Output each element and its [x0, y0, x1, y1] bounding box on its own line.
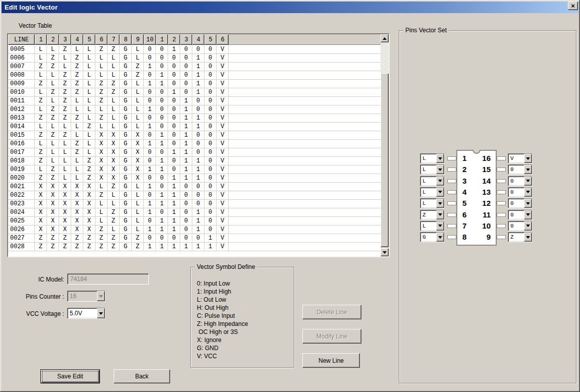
chevron-down-icon[interactable]	[436, 188, 444, 197]
pin-2-select[interactable]: L	[420, 164, 445, 175]
table-row[interactable]: 0022XXXXXZLGL011000V	[8, 191, 381, 200]
pin-9-select[interactable]: Z	[508, 232, 533, 242]
value-cell: 0	[144, 97, 156, 105]
table-row[interactable]: 0018ZLLLZXXGX010110V	[8, 157, 381, 165]
pin-6-select[interactable]: Z	[420, 210, 445, 220]
column-header[interactable]: 7	[108, 34, 120, 45]
column-header[interactable]: 4	[71, 34, 83, 45]
table-row[interactable]: 0024XXXXXLZGL101010V	[8, 208, 381, 217]
value-cell: 0	[180, 71, 192, 80]
table-row[interactable]: 0005LLZLLZZGL001000V	[8, 45, 381, 54]
chevron-down-icon[interactable]	[436, 177, 444, 186]
column-header[interactable]: 6	[95, 34, 108, 45]
vertical-scrollbar[interactable]	[381, 34, 389, 256]
table-row[interactable]: 0019LZLLZXXGX110110V	[8, 165, 381, 174]
value-cell: 0	[180, 200, 192, 208]
column-header[interactable]: 4	[192, 34, 204, 45]
pin-16-select[interactable]: V	[508, 153, 533, 163]
value-cell: L	[132, 183, 144, 191]
chevron-down-icon[interactable]	[436, 199, 444, 208]
chevron-down-icon[interactable]	[436, 221, 444, 231]
chevron-down-icon[interactable]	[524, 165, 532, 174]
table-row[interactable]: 0026XXXXXZLGL111010V	[8, 226, 381, 234]
ic-model-field[interactable]: 74184	[67, 273, 149, 285]
table-row[interactable]: 0027ZZZZZZZGZ000001V	[8, 234, 381, 243]
chevron-down-icon[interactable]	[97, 308, 105, 318]
pin-3-value: L	[420, 177, 436, 186]
chevron-down-icon[interactable]	[524, 177, 532, 186]
pin-7-select[interactable]: L	[420, 221, 445, 231]
column-header[interactable]: LINE	[8, 34, 35, 45]
table-row[interactable]: 0025XXXXXLZGL011010V	[8, 217, 381, 226]
scroll-down-button[interactable]	[381, 248, 389, 256]
row-filler	[229, 97, 381, 105]
scroll-up-button[interactable]	[381, 34, 389, 42]
chevron-down-icon[interactable]	[524, 188, 532, 197]
column-header[interactable]: 5	[83, 34, 95, 45]
table-row[interactable]: 0021XXXXXLZGL101000V	[8, 183, 381, 191]
table-row[interactable]: 0013ZZZZLZLGL000110V	[8, 114, 381, 123]
table-row[interactable]: 0006LZLZLLLGL000010V	[8, 54, 381, 63]
pin-5-select[interactable]: L	[420, 198, 445, 208]
table-row[interactable]: 0016LLLZLXXGX110100V	[8, 140, 381, 148]
delete-line-button[interactable]: Delete Line	[302, 305, 361, 319]
table-row[interactable]: 0028ZZZZZZZGZ111111V	[8, 243, 381, 251]
chevron-down-icon[interactable]	[524, 221, 532, 231]
value-cell: L	[71, 131, 83, 140]
chevron-down-icon[interactable]	[524, 154, 532, 163]
table-row[interactable]: 0007ZZLZLLLGZ100010V	[8, 63, 381, 71]
chevron-down-icon[interactable]	[436, 210, 444, 219]
pin-4-select[interactable]: L	[420, 187, 445, 197]
table-row[interactable]: 0011ZLZLLZLGL000100V	[8, 97, 381, 105]
column-header[interactable]: 10	[144, 34, 156, 45]
column-header[interactable]: 3	[59, 34, 71, 45]
value-cell: 1	[192, 71, 204, 80]
save-edit-button[interactable]: Save Edit	[40, 369, 100, 383]
column-header[interactable]: 3	[180, 34, 192, 45]
chevron-down-icon[interactable]	[524, 233, 532, 242]
chevron-down-icon[interactable]	[97, 291, 105, 301]
value-cell: 0	[156, 105, 168, 114]
column-header[interactable]: 2	[47, 34, 59, 45]
pin-15-select[interactable]: 0	[508, 164, 533, 175]
back-button[interactable]: Back	[114, 369, 170, 383]
scrollbar-thumb[interactable]	[381, 73, 389, 247]
chevron-down-icon[interactable]	[436, 233, 444, 242]
table-row[interactable]: 0014LLLLZLLGL100110V	[8, 123, 381, 131]
pin-10-select[interactable]: 0	[508, 221, 533, 231]
table-row[interactable]: 0023XXXXXLLGL111000V	[8, 200, 381, 208]
chevron-down-icon[interactable]	[436, 165, 444, 174]
table-row[interactable]: 0020ZZLLZXXGX001110V	[8, 174, 381, 183]
table-row[interactable]: 0012LZZLLLLGL100100V	[8, 105, 381, 114]
column-header[interactable]: 9	[132, 34, 144, 45]
column-header[interactable]: 6	[217, 34, 229, 45]
column-header[interactable]: 5	[204, 34, 217, 45]
table-row[interactable]: 0010LZZZLZZGL001010V	[8, 88, 381, 97]
pins-counter-select[interactable]: 16	[67, 291, 106, 302]
chevron-down-icon[interactable]	[524, 210, 532, 219]
column-header[interactable]: 8	[120, 34, 132, 45]
vector-symbol-define-title: Vector Symbol Define	[195, 263, 257, 270]
column-header[interactable]: 1	[35, 34, 47, 45]
pin-12-select[interactable]: 0	[508, 198, 533, 208]
column-header[interactable]: 2	[168, 34, 180, 45]
table-row[interactable]: 0009ZLZZLZZGL110010V	[8, 80, 381, 88]
table-row[interactable]: 0015ZZZLLXXGX010100V	[8, 131, 381, 140]
chevron-down-icon[interactable]	[436, 154, 444, 163]
pin-8-select[interactable]: G	[420, 232, 445, 242]
pin-14-select[interactable]: 0	[508, 176, 533, 186]
table-row[interactable]: 0008LLZZLLLGZ010010V	[8, 71, 381, 80]
delete-line-label: Delete Line	[317, 309, 347, 316]
column-header[interactable]: 1	[156, 34, 168, 45]
table-row[interactable]: 0017ZLLZLXXGX001100V	[8, 148, 381, 157]
pin-11-select[interactable]: 0	[508, 210, 533, 220]
pin-13-select[interactable]: 0	[508, 187, 533, 197]
pin-3-select[interactable]: L	[420, 176, 445, 186]
pin-1-select[interactable]: L	[420, 153, 445, 163]
vcc-voltage-select[interactable]: 5.0V	[67, 308, 106, 319]
new-line-button[interactable]: New Line	[302, 353, 360, 368]
value-cell: 0	[144, 157, 156, 165]
chevron-down-icon[interactable]	[524, 199, 532, 208]
modify-line-button[interactable]: Modify Line	[302, 329, 361, 344]
close-button[interactable]: ×	[568, 2, 578, 10]
